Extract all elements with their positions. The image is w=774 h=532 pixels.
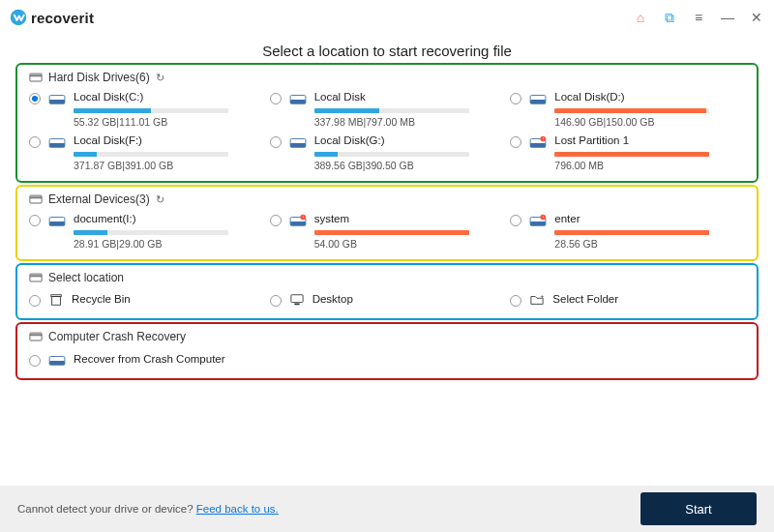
start-button[interactable]: Start (640, 492, 757, 525)
radio-select[interactable] (510, 93, 521, 104)
cart-icon[interactable]: ⌂ (633, 10, 648, 25)
drive-name: enter (554, 212, 745, 226)
radio-select[interactable] (270, 136, 282, 148)
svg-rect-4 (49, 100, 65, 103)
drive-stats: 28.56 GB (554, 238, 745, 250)
svg-text:!: ! (543, 136, 544, 141)
svg-rect-12 (290, 143, 306, 147)
folder-icon: + (529, 293, 545, 307)
location-item[interactable]: Recover from Crash Computer (29, 347, 264, 370)
svg-rect-6 (290, 100, 306, 103)
drive-item[interactable]: Local Disk(F:)371.87 GB|391.00 GB (29, 132, 264, 173)
minimize-icon[interactable]: — (720, 10, 735, 25)
content: Hard Disk Drives(6) ↻ Local Disk(C:)55.3… (0, 63, 774, 486)
radio-select[interactable] (270, 93, 282, 104)
radio-select[interactable] (29, 215, 41, 226)
drive-name: Local Disk (314, 90, 505, 104)
drive-item[interactable]: !system54.00 GB (270, 210, 505, 251)
radio-select[interactable] (29, 355, 41, 367)
drive-name: Local Disk(C:) (74, 90, 264, 104)
drive-body: document(I:)28.91 GB|29.00 GB (74, 212, 264, 250)
svg-text:+: + (541, 293, 545, 299)
disk-icon (29, 73, 43, 83)
radio-select[interactable] (510, 136, 521, 148)
usage-bar (74, 152, 228, 157)
drive-body: Local Disk(C:)55.32 GB|111.01 GB (74, 90, 264, 128)
refresh-icon[interactable]: ↻ (156, 193, 164, 206)
drive-item[interactable]: !enter28.56 GB (510, 210, 745, 251)
svg-rect-32 (51, 294, 62, 296)
drive-body: Local Disk(G:)389.56 GB|390.50 GB (314, 133, 505, 171)
footer-prompt: Cannot detect your drive or device? (17, 503, 196, 515)
usage-bar (554, 152, 709, 157)
radio-select[interactable] (29, 295, 41, 307)
radio-select[interactable] (510, 295, 521, 307)
radio-select[interactable] (29, 136, 41, 148)
section-title: Computer Crash Recovery (48, 330, 186, 343)
drive-name: system (314, 212, 505, 226)
location-name: Recycle Bin (72, 292, 131, 307)
footer: Cannot detect your drive or device? Feed… (0, 486, 774, 532)
section-title: Select location (48, 271, 124, 284)
drive-icon (48, 135, 66, 149)
location-item[interactable]: +Select Folder (510, 288, 745, 310)
svg-rect-39 (49, 361, 65, 365)
section-hard-disk-drives: Hard Disk Drives(6) ↻ Local Disk(C:)55.3… (15, 63, 759, 183)
disk-icon (29, 273, 43, 283)
drive-name: document(I:) (74, 212, 264, 226)
drive-item[interactable]: !Lost Partition 1796.00 MB (510, 132, 745, 173)
drive-body: system54.00 GB (314, 212, 505, 250)
drive-stats: 146.90 GB|150.00 GB (554, 116, 745, 128)
drive-item[interactable]: Local Disk(G:)389.56 GB|390.50 GB (270, 132, 505, 173)
section-title: Hard Disk Drives(6) (48, 71, 150, 84)
section-title: External Devices(3) (48, 192, 150, 206)
page-title: Select a location to start recovering fi… (0, 35, 774, 63)
location-name: Recover from Crash Computer (74, 352, 225, 367)
usage-bar (74, 230, 228, 235)
location-item[interactable]: Recycle Bin (29, 288, 264, 310)
drive-stats: 28.91 GB|29.00 GB (74, 238, 264, 250)
drive-name: Local Disk(D:) (554, 90, 745, 104)
usage-bar (554, 108, 709, 113)
svg-rect-33 (291, 294, 303, 302)
close-icon[interactable]: ✕ (749, 10, 764, 25)
usage-bar (314, 152, 469, 157)
svg-text:!: ! (543, 215, 544, 220)
drive-item[interactable]: Local Disk(C:)55.32 GB|111.01 GB (29, 88, 264, 130)
refresh-icon[interactable]: ↻ (156, 72, 164, 84)
section-header-loc: Select location (29, 269, 745, 288)
location-item[interactable]: Desktop (270, 288, 505, 310)
drive-stats: 337.98 MB|797.00 MB (314, 116, 505, 128)
radio-select[interactable] (270, 295, 282, 307)
drive-icon (48, 92, 66, 105)
radio-select[interactable] (510, 215, 521, 226)
drive-name: Lost Partition 1 (554, 133, 745, 148)
section-header-ext: External Devices(3) ↻ (29, 191, 745, 210)
app-logo: recoverit (10, 9, 94, 26)
svg-rect-31 (52, 296, 61, 305)
titlebar-controls: ⌂ ⧉ ≡ — ✕ (633, 10, 764, 26)
drive-item[interactable]: Local Disk(D:)146.90 GB|150.00 GB (510, 88, 745, 130)
svg-rect-10 (49, 143, 65, 147)
drive-item[interactable]: document(I:)28.91 GB|29.00 GB (29, 210, 264, 251)
section-crash-recovery: Computer Crash Recovery Recover from Cra… (15, 322, 759, 380)
drive-icon (48, 353, 66, 367)
radio-select[interactable] (29, 93, 41, 104)
section-header-hdd: Hard Disk Drives(6) ↻ (29, 69, 745, 88)
svg-rect-8 (530, 100, 546, 103)
drive-icon: ! (289, 214, 307, 227)
logo-icon (10, 9, 27, 26)
svg-rect-22 (290, 222, 306, 225)
drive-body: enter28.56 GB (554, 212, 745, 250)
app-name: recoverit (31, 10, 94, 26)
drive-body: Local Disk337.98 MB|797.00 MB (314, 90, 505, 128)
disk-icon (29, 332, 43, 342)
drive-icon: ! (529, 135, 547, 149)
radio-select[interactable] (270, 215, 282, 226)
drive-body: Local Disk(D:)146.90 GB|150.00 GB (554, 90, 745, 128)
feedback-link[interactable]: Feed back to us. (196, 503, 279, 515)
key-icon[interactable]: ⧉ (662, 10, 677, 26)
drive-item[interactable]: Local Disk337.98 MB|797.00 MB (270, 88, 505, 130)
menu-icon[interactable]: ≡ (691, 10, 706, 25)
drive-body: Local Disk(F:)371.87 GB|391.00 GB (74, 133, 264, 171)
